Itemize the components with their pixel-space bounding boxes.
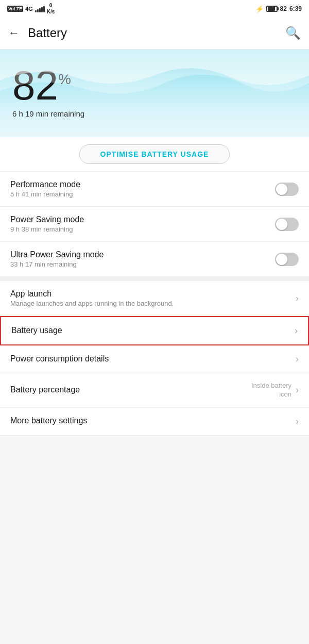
ultra-power-saving-toggle[interactable] [275,253,299,266]
battery-percent-number: 82 [12,65,58,106]
battery-percent-status: 82 [280,5,287,12]
performance-mode-left: Performance mode 5 h 41 min remaining [10,180,275,198]
app-launch-title: App launch [10,289,296,299]
battery-percentage-item[interactable]: Battery percentage Inside battery icon › [0,373,309,408]
more-battery-title: More battery settings [10,416,296,425]
power-consumption-item[interactable]: Power consumption details › [0,345,309,373]
power-saving-title: Power Saving mode [10,215,275,224]
nav-settings-list: App launch Manage launches and apps runn… [0,281,309,436]
app-launch-item[interactable]: App launch Manage launches and apps runn… [0,281,309,316]
bluetooth-icon: ⚡ [255,5,264,13]
power-consumption-chevron: › [296,354,299,365]
search-icon[interactable]: 🔍 [285,26,301,40]
power-saving-subtitle: 9 h 38 min remaining [10,225,275,233]
battery-usage-item[interactable]: Battery usage › [0,316,309,345]
more-battery-chevron: › [296,416,299,427]
app-launch-subtitle: Manage launches and apps running in the … [10,300,296,307]
ultra-power-saving-subtitle: 33 h 17 min remaining [10,260,275,268]
ultra-power-saving-title: Ultra Power Saving mode [10,250,275,259]
battery-usage-right: › [295,325,298,336]
time-display: 6:39 [289,5,302,12]
power-saving-item[interactable]: Power Saving mode 9 h 38 min remaining [0,207,309,242]
power-saving-left: Power Saving mode 9 h 38 min remaining [10,215,275,233]
battery-status-icon [266,6,278,12]
status-right: ⚡ 82 6:39 [255,5,302,13]
battery-fill [268,7,276,11]
status-bar: VoLTE 4G 0 K/s ⚡ 82 6:39 [0,0,309,16]
battery-percent-large: 82 % [12,65,297,106]
power-consumption-title: Power consumption details [10,354,296,364]
ultra-power-saving-right [275,253,299,266]
battery-percentage-left: Battery percentage [10,385,240,395]
performance-mode-item[interactable]: Performance mode 5 h 41 min remaining [0,172,309,207]
optimise-section: OPTIMISE BATTERY USAGE [0,137,309,172]
app-launch-left: App launch Manage launches and apps runn… [10,289,296,307]
app-bar-left: ← Battery [8,26,67,40]
percent-sign: % [58,72,71,87]
signal-bars [35,5,45,12]
more-battery-right: › [296,416,299,427]
battery-percentage-note: Inside battery icon [240,382,291,399]
app-launch-right: › [296,293,299,304]
battery-usage-left: Battery usage [11,326,295,336]
performance-mode-toggle[interactable] [275,183,299,196]
page-title: Battery [28,26,67,40]
ultra-power-saving-item[interactable]: Ultra Power Saving mode 33 h 17 min rema… [0,242,309,277]
battery-usage-chevron: › [295,325,298,336]
app-bar: ← Battery 🔍 [0,16,309,49]
optimise-battery-button[interactable]: OPTIMISE BATTERY USAGE [79,144,230,164]
app-launch-chevron: › [296,293,299,304]
power-consumption-left: Power consumption details [10,354,296,365]
power-consumption-right: › [296,354,299,365]
performance-mode-right [275,183,299,196]
power-saving-right [275,218,299,231]
power-saving-toggle[interactable] [275,218,299,231]
ultra-power-saving-left: Ultra Power Saving mode 33 h 17 min rema… [10,250,275,268]
battery-percentage-right: Inside battery icon › [240,382,299,399]
data-speed: 0 K/s [47,3,55,15]
battery-percentage-title: Battery percentage [10,385,240,394]
toggle-settings-list: Performance mode 5 h 41 min remaining Po… [0,172,309,277]
network-type: 4G [25,6,33,12]
status-left: VoLTE 4G 0 K/s [7,3,55,15]
battery-time-remaining: 6 h 19 min remaining [12,109,297,118]
more-battery-left: More battery settings [10,416,296,426]
battery-usage-title: Battery usage [11,326,295,335]
volte-badge: VoLTE [7,6,23,12]
more-battery-settings-item[interactable]: More battery settings › [0,408,309,436]
battery-card: 82 % 6 h 19 min remaining [0,49,309,137]
performance-mode-title: Performance mode [10,180,275,189]
performance-mode-subtitle: 5 h 41 min remaining [10,190,275,198]
section-divider-1 [0,277,309,281]
back-button[interactable]: ← [8,27,20,39]
battery-percentage-chevron: › [296,385,299,395]
